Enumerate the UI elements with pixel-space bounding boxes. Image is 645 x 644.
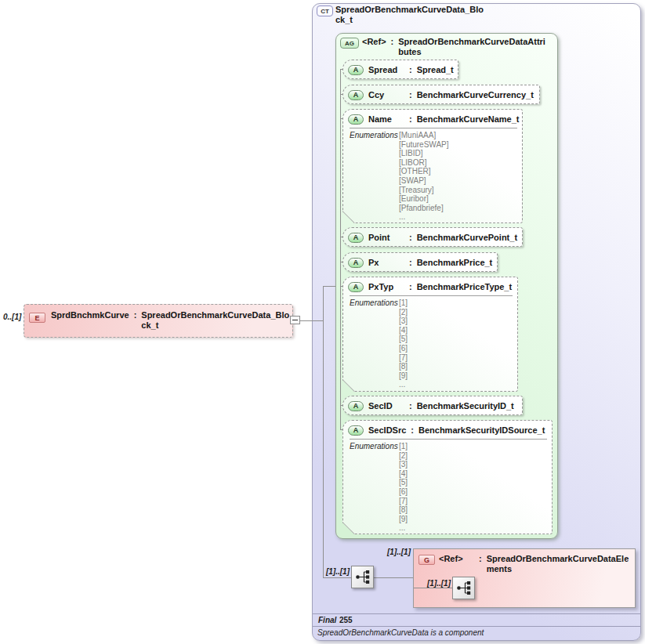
complex-type-badge: CT	[317, 5, 333, 16]
colon-separator: :	[411, 425, 414, 436]
colon-separator: :	[409, 90, 412, 100]
attribute-name: SecIDSrc	[368, 425, 406, 436]
enumeration-values: [1] [2] [3] [4] [5] [6] [7] [8] [9] ...	[399, 442, 408, 533]
schema-diagram: Final 255 SpreadOrBenchmarkCurveData is …	[0, 0, 645, 644]
attribute-badge: A	[348, 233, 364, 243]
connector-line	[300, 320, 323, 321]
enumeration-values: [MuniAAA] [FutureSWAP] [LIBID] [LIBOR] […	[399, 131, 449, 222]
attribute-box-point[interactable]: A Point : BenchmarkCurvePoint_t	[342, 227, 523, 247]
attribute-group-ref: <Ref>	[362, 37, 386, 57]
attribute-badge: A	[348, 90, 364, 100]
attribute-name: Name	[368, 114, 404, 125]
sequence-icon-glyph	[453, 577, 474, 599]
enumeration-values: [1] [2] [3] [4] [5] [6] [7] [8] [9] ...	[399, 298, 408, 389]
colon-separator: :	[134, 310, 137, 331]
element-name: SprdBnchmkCurve	[51, 310, 129, 331]
complex-type-title: SpreadOrBenchmarkCurveData_Blo ck_t	[335, 5, 484, 25]
attribute-box-pxtyp[interactable]: A PxTyp : BenchmarkPriceType_t Enumerati…	[342, 277, 518, 392]
attribute-group-type: SpreadOrBenchmarkCurveDataAttri butes	[398, 37, 545, 57]
colon-separator: :	[479, 554, 482, 574]
component-note: SpreadOrBenchmarkCurveData is a componen…	[317, 628, 484, 637]
attribute-box-secidsrc[interactable]: A SecIDSrc : BenchmarkSecurityIDSource_t…	[342, 420, 553, 534]
attribute-badge: A	[348, 282, 364, 292]
enumerations-label: Enumerations	[350, 131, 399, 222]
colon-separator: :	[391, 37, 394, 57]
attribute-badge: A	[348, 65, 364, 75]
attribute-box-spread[interactable]: A Spread : Spread_t	[342, 60, 458, 79]
enumerations-label: Enumerations	[350, 298, 399, 389]
attribute-bracket-line	[340, 69, 341, 430]
connector-line	[323, 577, 351, 578]
attribute-name: Ccy	[368, 90, 404, 100]
inner-sequence-cardinality: [1]..[1]	[427, 579, 451, 588]
element-badge: E	[29, 313, 45, 323]
group-ref-box[interactable]: G <Ref> : SpreadOrBenchmarkCurveDataEle …	[413, 548, 636, 608]
attribute-box-px[interactable]: A Px : BenchmarkPrice_t	[342, 252, 498, 272]
element-box[interactable]: E SprdBnchmkCurve : SpreadOrBenchmarkCur…	[24, 304, 293, 338]
attribute-group-badge: AG	[340, 38, 359, 49]
attribute-box-name[interactable]: A Name : BenchmarkCurveName_t Enumeratio…	[342, 109, 523, 223]
connector-line	[414, 588, 452, 588]
sequence-icon[interactable]	[452, 577, 475, 599]
colon-separator: :	[409, 282, 412, 292]
element-cardinality: 0..[1]	[3, 313, 21, 321]
attribute-badge: A	[348, 114, 364, 125]
attribute-type: BenchmarkPriceType_t	[417, 282, 512, 292]
footer-divider-bottom	[313, 626, 640, 627]
final-value: 255	[339, 616, 353, 624]
group-type: SpreadOrBenchmarkCurveDataEle ments	[487, 554, 629, 574]
colon-separator: :	[409, 65, 412, 75]
attribute-name: SecID	[368, 401, 404, 411]
attribute-type: BenchmarkCurveName_t	[417, 114, 520, 125]
footer-divider-top	[313, 613, 640, 614]
sequence-icon-glyph	[352, 566, 373, 588]
colon-separator: :	[409, 233, 412, 243]
attribute-name: Point	[368, 233, 404, 243]
connector-line	[323, 286, 335, 287]
attribute-name: Px	[368, 258, 404, 268]
collapse-icon[interactable]	[290, 316, 300, 324]
attribute-type: BenchmarkPrice_t	[417, 258, 493, 268]
connector-line	[374, 577, 413, 578]
attribute-badge: A	[348, 401, 364, 411]
colon-separator: :	[409, 258, 412, 268]
attribute-type: Spread_t	[417, 65, 454, 75]
attribute-box-secid[interactable]: A SecID : BenchmarkSecurityID_t	[342, 396, 523, 415]
enumerations-label: Enumerations	[350, 442, 399, 533]
colon-separator: :	[409, 114, 412, 125]
colon-separator: :	[409, 401, 412, 411]
attribute-type: BenchmarkCurveCurrency_t	[417, 90, 534, 100]
element-type: SpreadOrBenchmarkCurveData_Blo ck_t	[141, 310, 289, 331]
attribute-type: BenchmarkSecurityID_t	[417, 401, 514, 411]
attribute-name: Spread	[368, 65, 404, 75]
connector-line	[323, 286, 324, 578]
group-cardinality: [1]..[1]	[387, 548, 411, 556]
sequence-icon[interactable]	[351, 566, 374, 588]
attribute-box-ccy[interactable]: A Ccy : BenchmarkCurveCurrency_t	[342, 85, 540, 104]
group-ref: <Ref>	[439, 554, 474, 574]
final-label: Final	[318, 616, 336, 624]
attribute-type: BenchmarkCurvePoint_t	[417, 233, 517, 243]
sequence-cardinality: [1]..[1]	[326, 567, 350, 576]
attribute-type: BenchmarkSecurityIDSource_t	[419, 425, 545, 436]
attribute-name: PxTyp	[368, 282, 404, 292]
group-badge: G	[419, 555, 435, 565]
attribute-badge: A	[348, 425, 364, 436]
attribute-badge: A	[348, 258, 364, 268]
